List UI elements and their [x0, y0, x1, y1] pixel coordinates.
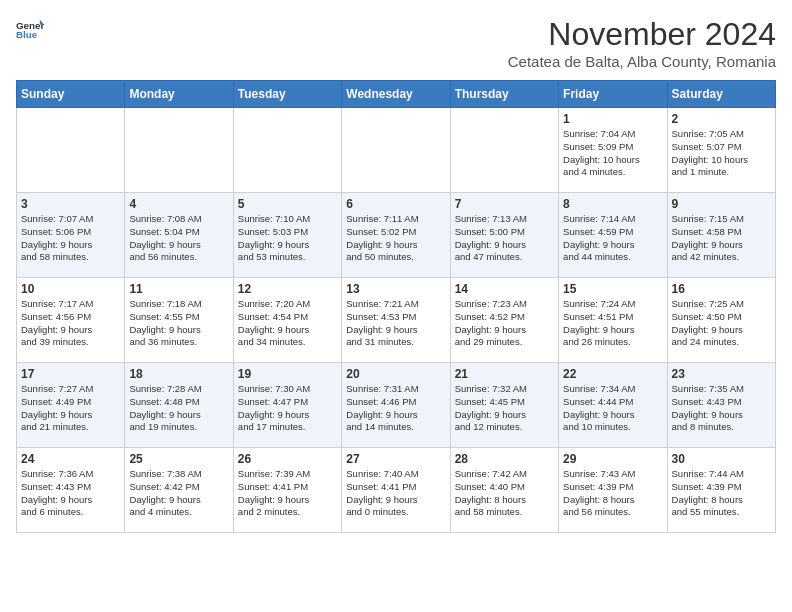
day-number: 21 — [455, 367, 554, 381]
day-info: Sunrise: 7:13 AM Sunset: 5:00 PM Dayligh… — [455, 213, 554, 264]
day-number: 22 — [563, 367, 662, 381]
calendar-cell: 9Sunrise: 7:15 AM Sunset: 4:58 PM Daylig… — [667, 193, 775, 278]
day-number: 9 — [672, 197, 771, 211]
day-number: 17 — [21, 367, 120, 381]
calendar-week-row: 1Sunrise: 7:04 AM Sunset: 5:09 PM Daylig… — [17, 108, 776, 193]
day-info: Sunrise: 7:07 AM Sunset: 5:06 PM Dayligh… — [21, 213, 120, 264]
day-info: Sunrise: 7:23 AM Sunset: 4:52 PM Dayligh… — [455, 298, 554, 349]
day-number: 1 — [563, 112, 662, 126]
calendar-cell — [233, 108, 341, 193]
calendar-cell: 22Sunrise: 7:34 AM Sunset: 4:44 PM Dayli… — [559, 363, 667, 448]
calendar-header-row: SundayMondayTuesdayWednesdayThursdayFrid… — [17, 81, 776, 108]
day-info: Sunrise: 7:11 AM Sunset: 5:02 PM Dayligh… — [346, 213, 445, 264]
calendar-cell: 13Sunrise: 7:21 AM Sunset: 4:53 PM Dayli… — [342, 278, 450, 363]
day-number: 14 — [455, 282, 554, 296]
day-header: Monday — [125, 81, 233, 108]
day-number: 11 — [129, 282, 228, 296]
calendar-week-row: 24Sunrise: 7:36 AM Sunset: 4:43 PM Dayli… — [17, 448, 776, 533]
day-number: 7 — [455, 197, 554, 211]
page-title: November 2024 — [508, 16, 776, 53]
calendar-cell: 24Sunrise: 7:36 AM Sunset: 4:43 PM Dayli… — [17, 448, 125, 533]
calendar-week-row: 17Sunrise: 7:27 AM Sunset: 4:49 PM Dayli… — [17, 363, 776, 448]
day-info: Sunrise: 7:08 AM Sunset: 5:04 PM Dayligh… — [129, 213, 228, 264]
day-header: Tuesday — [233, 81, 341, 108]
calendar-cell: 27Sunrise: 7:40 AM Sunset: 4:41 PM Dayli… — [342, 448, 450, 533]
day-info: Sunrise: 7:15 AM Sunset: 4:58 PM Dayligh… — [672, 213, 771, 264]
calendar-cell: 17Sunrise: 7:27 AM Sunset: 4:49 PM Dayli… — [17, 363, 125, 448]
day-number: 23 — [672, 367, 771, 381]
header: General Blue November 2024 Cetatea de Ba… — [16, 16, 776, 70]
day-number: 15 — [563, 282, 662, 296]
calendar-cell: 12Sunrise: 7:20 AM Sunset: 4:54 PM Dayli… — [233, 278, 341, 363]
logo: General Blue — [16, 16, 44, 44]
calendar-cell: 19Sunrise: 7:30 AM Sunset: 4:47 PM Dayli… — [233, 363, 341, 448]
day-number: 28 — [455, 452, 554, 466]
day-info: Sunrise: 7:34 AM Sunset: 4:44 PM Dayligh… — [563, 383, 662, 434]
calendar-cell — [342, 108, 450, 193]
day-info: Sunrise: 7:43 AM Sunset: 4:39 PM Dayligh… — [563, 468, 662, 519]
title-area: November 2024 Cetatea de Balta, Alba Cou… — [508, 16, 776, 70]
calendar-cell: 6Sunrise: 7:11 AM Sunset: 5:02 PM Daylig… — [342, 193, 450, 278]
day-number: 25 — [129, 452, 228, 466]
calendar-cell: 5Sunrise: 7:10 AM Sunset: 5:03 PM Daylig… — [233, 193, 341, 278]
day-info: Sunrise: 7:18 AM Sunset: 4:55 PM Dayligh… — [129, 298, 228, 349]
calendar-cell: 11Sunrise: 7:18 AM Sunset: 4:55 PM Dayli… — [125, 278, 233, 363]
day-header: Sunday — [17, 81, 125, 108]
day-info: Sunrise: 7:27 AM Sunset: 4:49 PM Dayligh… — [21, 383, 120, 434]
day-number: 29 — [563, 452, 662, 466]
day-info: Sunrise: 7:24 AM Sunset: 4:51 PM Dayligh… — [563, 298, 662, 349]
day-number: 2 — [672, 112, 771, 126]
calendar-cell — [17, 108, 125, 193]
calendar-cell: 26Sunrise: 7:39 AM Sunset: 4:41 PM Dayli… — [233, 448, 341, 533]
day-number: 12 — [238, 282, 337, 296]
calendar-cell: 16Sunrise: 7:25 AM Sunset: 4:50 PM Dayli… — [667, 278, 775, 363]
calendar-cell — [125, 108, 233, 193]
logo-icon: General Blue — [16, 16, 44, 44]
day-info: Sunrise: 7:05 AM Sunset: 5:07 PM Dayligh… — [672, 128, 771, 179]
day-info: Sunrise: 7:35 AM Sunset: 4:43 PM Dayligh… — [672, 383, 771, 434]
day-info: Sunrise: 7:21 AM Sunset: 4:53 PM Dayligh… — [346, 298, 445, 349]
day-info: Sunrise: 7:25 AM Sunset: 4:50 PM Dayligh… — [672, 298, 771, 349]
day-info: Sunrise: 7:20 AM Sunset: 4:54 PM Dayligh… — [238, 298, 337, 349]
calendar-cell: 20Sunrise: 7:31 AM Sunset: 4:46 PM Dayli… — [342, 363, 450, 448]
day-info: Sunrise: 7:04 AM Sunset: 5:09 PM Dayligh… — [563, 128, 662, 179]
day-header: Thursday — [450, 81, 558, 108]
day-info: Sunrise: 7:32 AM Sunset: 4:45 PM Dayligh… — [455, 383, 554, 434]
day-info: Sunrise: 7:28 AM Sunset: 4:48 PM Dayligh… — [129, 383, 228, 434]
day-number: 27 — [346, 452, 445, 466]
calendar-cell: 25Sunrise: 7:38 AM Sunset: 4:42 PM Dayli… — [125, 448, 233, 533]
day-number: 4 — [129, 197, 228, 211]
day-number: 8 — [563, 197, 662, 211]
calendar-body: 1Sunrise: 7:04 AM Sunset: 5:09 PM Daylig… — [17, 108, 776, 533]
svg-text:Blue: Blue — [16, 29, 38, 40]
calendar-cell — [450, 108, 558, 193]
day-number: 10 — [21, 282, 120, 296]
calendar-cell: 7Sunrise: 7:13 AM Sunset: 5:00 PM Daylig… — [450, 193, 558, 278]
day-info: Sunrise: 7:14 AM Sunset: 4:59 PM Dayligh… — [563, 213, 662, 264]
page-subtitle: Cetatea de Balta, Alba County, Romania — [508, 53, 776, 70]
calendar-cell: 23Sunrise: 7:35 AM Sunset: 4:43 PM Dayli… — [667, 363, 775, 448]
day-number: 3 — [21, 197, 120, 211]
day-info: Sunrise: 7:42 AM Sunset: 4:40 PM Dayligh… — [455, 468, 554, 519]
calendar-table: SundayMondayTuesdayWednesdayThursdayFrid… — [16, 80, 776, 533]
day-number: 13 — [346, 282, 445, 296]
calendar-cell: 29Sunrise: 7:43 AM Sunset: 4:39 PM Dayli… — [559, 448, 667, 533]
day-info: Sunrise: 7:10 AM Sunset: 5:03 PM Dayligh… — [238, 213, 337, 264]
calendar-cell: 18Sunrise: 7:28 AM Sunset: 4:48 PM Dayli… — [125, 363, 233, 448]
day-info: Sunrise: 7:30 AM Sunset: 4:47 PM Dayligh… — [238, 383, 337, 434]
calendar-cell: 2Sunrise: 7:05 AM Sunset: 5:07 PM Daylig… — [667, 108, 775, 193]
day-header: Wednesday — [342, 81, 450, 108]
day-number: 30 — [672, 452, 771, 466]
day-info: Sunrise: 7:39 AM Sunset: 4:41 PM Dayligh… — [238, 468, 337, 519]
day-info: Sunrise: 7:17 AM Sunset: 4:56 PM Dayligh… — [21, 298, 120, 349]
calendar-week-row: 3Sunrise: 7:07 AM Sunset: 5:06 PM Daylig… — [17, 193, 776, 278]
calendar-cell: 21Sunrise: 7:32 AM Sunset: 4:45 PM Dayli… — [450, 363, 558, 448]
day-info: Sunrise: 7:31 AM Sunset: 4:46 PM Dayligh… — [346, 383, 445, 434]
day-number: 18 — [129, 367, 228, 381]
calendar-week-row: 10Sunrise: 7:17 AM Sunset: 4:56 PM Dayli… — [17, 278, 776, 363]
calendar-cell: 30Sunrise: 7:44 AM Sunset: 4:39 PM Dayli… — [667, 448, 775, 533]
day-number: 5 — [238, 197, 337, 211]
calendar-cell: 1Sunrise: 7:04 AM Sunset: 5:09 PM Daylig… — [559, 108, 667, 193]
calendar-cell: 14Sunrise: 7:23 AM Sunset: 4:52 PM Dayli… — [450, 278, 558, 363]
calendar-cell: 3Sunrise: 7:07 AM Sunset: 5:06 PM Daylig… — [17, 193, 125, 278]
